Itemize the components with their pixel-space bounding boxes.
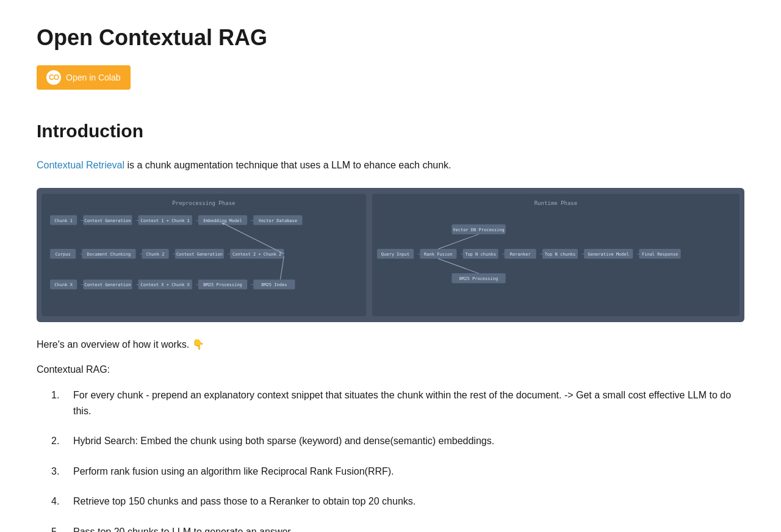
svg-text:BM25 Index: BM25 Index (261, 282, 287, 287)
colab-icon-text: CO (49, 72, 59, 84)
list-item-text: Perform rank fusion using an algorithm l… (73, 464, 744, 480)
svg-text:Reranker: Reranker (510, 251, 531, 257)
svg-text:Rank Fusion: Rank Fusion (424, 251, 452, 257)
list-item: 3.Perform rank fusion using an algorithm… (51, 464, 744, 480)
open-in-colab-button[interactable]: CO Open in Colab (37, 65, 131, 90)
svg-text:Context Generation: Context Generation (176, 251, 223, 257)
list-item: 4.Retrieve top 150 chunks and pass those… (51, 494, 744, 509)
page-title: Open Contextual RAG (37, 24, 744, 51)
svg-text:Runtime Phase: Runtime Phase (534, 200, 578, 206)
svg-text:BM25 Processing: BM25 Processing (459, 276, 498, 281)
list-item: 5.Pass top 20 chunks to LLM to generate … (51, 524, 744, 532)
svg-text:Vector Database: Vector Database (259, 218, 297, 223)
svg-text:Vector DB Processing: Vector DB Processing (453, 227, 504, 232)
svg-text:Query Input: Query Input (381, 251, 409, 257)
svg-text:Context 1 + Chunk 1: Context 1 + Chunk 1 (141, 218, 190, 223)
list-item: 2.Hybrid Search: Embed the chunk using b… (51, 433, 744, 449)
svg-text:Final Response: Final Response (642, 251, 678, 257)
contextual-rag-label: Contextual RAG: (37, 362, 744, 378)
svg-text:Chunk 1: Chunk 1 (54, 218, 73, 223)
svg-text:Document Chunking: Document Chunking (87, 251, 131, 257)
page-container: Open Contextual RAG CO Open in Colab Int… (0, 0, 781, 532)
svg-text:Preprocessing Phase: Preprocessing Phase (172, 200, 235, 206)
svg-text:Embedding Model: Embedding Model (203, 218, 242, 223)
intro-paragraph: Contextual Retrieval is a chunk augmenta… (37, 157, 744, 173)
list-item-text: Pass top 20 chunks to LLM to generate an… (73, 524, 744, 532)
intro-rest-text: is a chunk augmentation technique that u… (124, 160, 451, 170)
list-item-text: Retrieve top 150 chunks and pass those t… (73, 494, 744, 509)
svg-text:Generative Model: Generative Model (588, 251, 629, 257)
svg-text:Context 2 + Chunk 2: Context 2 + Chunk 2 (232, 251, 281, 257)
svg-text:Context Generation: Context Generation (84, 282, 131, 287)
architecture-diagram: Preprocessing Phase Runtime Phase Chunk … (37, 188, 744, 322)
list-number: 1. (51, 387, 66, 419)
colab-button-label: Open in Colab (66, 71, 121, 84)
svg-text:Top N chunks: Top N chunks (465, 251, 496, 257)
svg-text:Chunk X: Chunk X (54, 282, 73, 287)
svg-text:Context X + Chunk X: Context X + Chunk X (141, 282, 190, 287)
introduction-heading: Introduction (37, 119, 744, 143)
list-item-text: Hybrid Search: Embed the chunk using bot… (73, 433, 744, 449)
diagram-svg: Preprocessing Phase Runtime Phase Chunk … (41, 193, 740, 317)
contextual-retrieval-link[interactable]: Contextual Retrieval (37, 160, 124, 170)
svg-text:Top N chunks: Top N chunks (545, 251, 576, 257)
svg-text:Corpus: Corpus (55, 251, 70, 257)
svg-text:BM25 Processing: BM25 Processing (203, 282, 242, 287)
list-item: 1.For every chunk - prepend an explanato… (51, 387, 744, 419)
introduction-section: Introduction Contextual Retrieval is a c… (37, 119, 744, 532)
steps-list: 1.For every chunk - prepend an explanato… (37, 387, 744, 532)
list-number: 2. (51, 433, 66, 449)
list-number: 5. (51, 524, 66, 532)
overview-text: Here's an overview of how it works. 👇 (37, 337, 744, 353)
colab-icon: CO (46, 70, 61, 85)
list-number: 3. (51, 464, 66, 480)
svg-text:Chunk 2: Chunk 2 (146, 251, 165, 257)
list-number: 4. (51, 494, 66, 509)
svg-text:Context Generation: Context Generation (84, 218, 131, 223)
list-item-text: For every chunk - prepend an explanatory… (73, 387, 744, 419)
